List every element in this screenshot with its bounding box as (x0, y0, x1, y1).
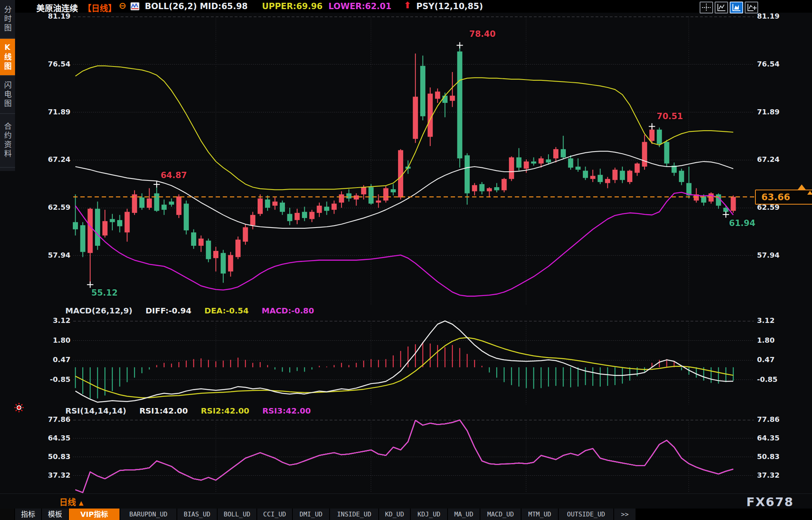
bottom-tab-CCI_UD[interactable]: CCI_UD (257, 509, 292, 520)
price-high-annotation: 78.40 (469, 29, 495, 39)
title-bar: 美原油连续 【日线】 ⊖ BOLL(26,2) MID:65.98 UPPER:… (0, 0, 812, 13)
macd-macd-value: MACD:-0.80 (262, 306, 314, 315)
y-axis-label: 64.35 (757, 434, 780, 442)
bottom-tab-bar: 指标模板VIP指标BARUPDN_UDBIAS_UDBOLL_UDCCI_UDD… (0, 509, 812, 520)
y-axis-label: 3.12 (757, 316, 774, 325)
rsi1-value: RSI1:42.00 (139, 406, 188, 416)
y-axis-label: -0.85 (757, 375, 778, 383)
sidebar-item-1[interactable]: K线图 (0, 39, 15, 76)
y-axis-label: 0.47 (40, 355, 70, 364)
scroll-latest-icon[interactable] (798, 184, 806, 190)
symbol-title: 美原油连续 (36, 2, 78, 13)
y-axis-label: 3.12 (40, 316, 70, 325)
y-axis-label: 1.80 (40, 336, 70, 344)
bottom-tab-KD_UD[interactable]: KD_UD (379, 509, 410, 520)
bottom-tab-BIAS_UD[interactable]: BIAS_UD (177, 509, 217, 520)
boll-legend: BOLL(26,2) MID:65.98 (145, 2, 248, 11)
bottom-tab-BARUPDN_UD[interactable]: BARUPDN_UD (120, 509, 176, 520)
rsi3-value: RSI3:42.00 (262, 406, 311, 416)
trading-terminal: 美原油连续 【日线】 ⊖ BOLL(26,2) MID:65.98 UPPER:… (0, 0, 812, 520)
y-axis-label: 71.89 (40, 108, 70, 116)
macd-title: MACD(26,12,9) (65, 306, 133, 315)
macd-legend: MACD(26,12,9) DIFF:-0.94 DEA:-0.54 MACD:… (65, 306, 324, 315)
bottom-tab-模板[interactable]: 模板 (42, 509, 68, 520)
y-axis-label: 1.80 (757, 336, 774, 344)
footer-divider (0, 493, 812, 494)
y-axis-label: 67.24 (757, 155, 780, 163)
bottom-tab-OUTSIDE_UD[interactable]: OUTSIDE_UD (559, 509, 613, 520)
y-axis-label: 50.83 (40, 452, 70, 461)
y-axis-label: 76.54 (757, 60, 780, 68)
y-axis-label: 62.59 (40, 203, 70, 211)
sidebar: 分时图K线图闪电图合约资料 (0, 0, 15, 171)
y-axis-label: 77.86 (40, 415, 70, 423)
layout-split-icon[interactable] (730, 2, 743, 13)
psy-legend: PSY(12,10,85) (416, 2, 483, 11)
bottom-tab-more[interactable]: >> (614, 509, 636, 520)
bottom-tab-INSIDE_UD[interactable]: INSIDE_UD (330, 509, 378, 520)
y-axis-label: 0.47 (757, 355, 774, 364)
y-axis-label: 76.54 (40, 60, 70, 68)
zoom-out-icon[interactable]: ⊖ (119, 0, 126, 11)
boll-lower-legend: LOWER:62.01 (328, 2, 391, 11)
chart-canvas[interactable] (0, 0, 812, 520)
rsi2-value: RSI2:42.00 (201, 406, 249, 416)
layout-single-icon[interactable] (715, 2, 728, 13)
y-axis-label: 37.32 (757, 471, 780, 479)
bottom-tab-MACD_UD[interactable]: MACD_UD (480, 509, 521, 520)
latest-marker-icon (807, 191, 812, 195)
boll-upper-legend: UPPER:69.96 (262, 2, 323, 11)
tab-bar-spacer (0, 509, 14, 520)
sidebar-item-2[interactable]: 闪电图 (0, 76, 15, 114)
bottom-tab-MTM_UD[interactable]: MTM_UD (522, 509, 558, 520)
last-price-tag: 63.66 (755, 190, 812, 205)
bottom-tab-MA_UD[interactable]: MA_UD (448, 509, 480, 520)
y-axis-label: 57.94 (757, 251, 780, 259)
bottom-tab-指标[interactable]: 指标 (15, 509, 41, 520)
indicator-mini-icon[interactable] (131, 2, 139, 10)
y-axis-label: 67.24 (40, 155, 70, 163)
y-axis-label: 37.32 (40, 471, 70, 479)
price-low-annotation: 61.94 (729, 218, 755, 228)
bottom-tab-BOLL_UD[interactable]: BOLL_UD (218, 509, 256, 520)
macd-diff-value: DIFF:-0.94 (146, 306, 192, 315)
price-low-annotation: 55.12 (91, 288, 118, 298)
watermark: FX678 (746, 495, 794, 509)
sidebar-item-0[interactable]: 分时图 (0, 0, 15, 39)
price-high-annotation: 70.51 (657, 112, 683, 121)
up-arrow-icon: ⬆ (404, 0, 411, 10)
pan-crosshair-icon[interactable] (700, 2, 713, 13)
rsi-title: RSI(14,14,14) (65, 406, 126, 416)
y-axis-label: 57.94 (40, 251, 70, 259)
y-axis-label: 64.35 (40, 434, 70, 442)
bottom-tab-VIP指标[interactable]: VIP指标 (69, 509, 120, 520)
price-high-annotation: 64.87 (161, 171, 187, 180)
layout-add-icon[interactable] (745, 2, 758, 13)
bottom-tab-DMI_UD[interactable]: DMI_UD (293, 509, 329, 520)
period-selector[interactable]: 日线 ▲ (59, 495, 83, 507)
chevron-up-icon: ▲ (79, 499, 83, 507)
y-axis-label: -0.85 (40, 375, 70, 383)
rsi-legend: RSI(14,14,14) RSI1:42.00 RSI2:42.00 RSI3… (65, 406, 321, 416)
realtime-alert-icon (14, 403, 24, 414)
period-tag: 【日线】 (83, 2, 116, 13)
y-axis-label: 77.86 (757, 415, 780, 423)
bottom-tab-KDJ_UD[interactable]: KDJ_UD (411, 509, 447, 520)
sidebar-item-3[interactable]: 合约资料 (0, 114, 15, 168)
y-axis-label: 50.83 (757, 452, 780, 461)
y-axis-label: 81.19 (757, 12, 780, 20)
y-axis-label: 71.89 (757, 108, 780, 116)
macd-dea-value: DEA:-0.54 (205, 306, 249, 315)
